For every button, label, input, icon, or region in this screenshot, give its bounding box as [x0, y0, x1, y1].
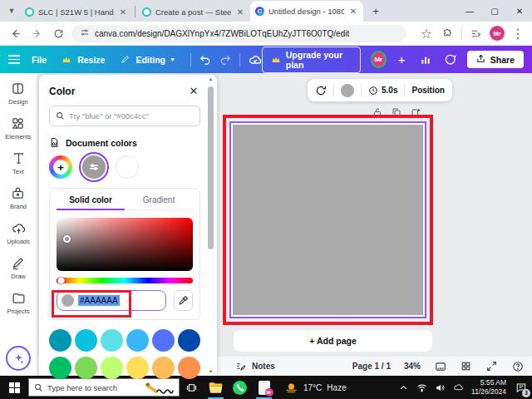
grid-view-icon[interactable]: [460, 360, 472, 372]
undo-icon[interactable]: [200, 53, 211, 66]
comments-button[interactable]: [441, 50, 459, 70]
taskbar-weather[interactable]: 17°C Haze: [284, 381, 347, 395]
scroll-down-icon[interactable]: ▼: [207, 369, 214, 374]
color-swatch[interactable]: [152, 329, 175, 352]
unlock-icon[interactable]: [372, 106, 382, 121]
tray-expand-icon[interactable]: [398, 382, 409, 393]
color-swatch[interactable]: [75, 357, 97, 379]
sidebar-item-design[interactable]: Design: [8, 81, 27, 106]
color-search-field[interactable]: [49, 106, 200, 126]
resize-menu[interactable]: Resize: [60, 53, 105, 66]
tab-steemit[interactable]: Create a post — Steemit ✕: [137, 2, 250, 22]
fullscreen-icon[interactable]: [485, 360, 498, 372]
tab-slc[interactable]: SLC | S21W 5 | Hands-On Practi ✕: [20, 2, 133, 22]
sidebar-item-brand[interactable]: Brand: [10, 186, 27, 210]
tab-gradient[interactable]: Gradient: [125, 195, 193, 209]
redo-icon[interactable]: [219, 53, 231, 66]
chrome-profile-window-button[interactable]: Mr: [252, 376, 276, 399]
add-page-button[interactable]: + Add page: [234, 330, 432, 352]
background-color-button[interactable]: [341, 84, 354, 97]
white-color-swatch[interactable]: [116, 155, 139, 179]
panel-scrollbar[interactable]: ▲ ▼: [207, 76, 214, 374]
color-swatch[interactable]: [178, 329, 200, 352]
add-color-button[interactable]: +: [49, 155, 72, 179]
tab-search-chevron-icon[interactable]: ▼: [3, 2, 20, 20]
position-button[interactable]: Position: [411, 86, 444, 95]
window-close-button[interactable]: ✕: [507, 0, 532, 22]
current-color-button[interactable]: [82, 155, 106, 179]
duration-button[interactable]: 5.0s: [368, 86, 397, 96]
new-tab-button[interactable]: +: [367, 2, 385, 20]
upgrade-plan-button[interactable]: Upgrade your plan: [262, 47, 361, 73]
color-search-input[interactable]: [69, 111, 194, 121]
color-swatch[interactable]: [126, 357, 149, 379]
action-center-button[interactable]: 3: [514, 381, 528, 395]
close-icon[interactable]: ✕: [187, 85, 200, 97]
back-icon[interactable]: [7, 25, 23, 42]
scrollbar-thumb[interactable]: [208, 86, 214, 249]
tab-canva-active[interactable]: C Untitled design - 1080 × 1080p ✕: [250, 1, 363, 22]
share-button[interactable]: Share: [467, 51, 524, 68]
color-swatch[interactable]: [178, 357, 200, 379]
sidebar-item-uploads[interactable]: Uploads: [7, 221, 30, 245]
site-settings-icon[interactable]: [80, 26, 90, 41]
task-view-button[interactable]: [180, 376, 204, 399]
sidebar-item-projects[interactable]: Projects: [7, 291, 29, 315]
duplicate-page-icon[interactable]: [392, 106, 401, 121]
color-swatch[interactable]: [101, 357, 123, 379]
add-member-button[interactable]: +: [393, 50, 411, 70]
canva-account-avatar[interactable]: Mr: [371, 51, 387, 68]
tab-close-icon[interactable]: ✕: [348, 7, 358, 16]
side-panel-icon[interactable]: [468, 26, 483, 41]
bookmark-star-icon[interactable]: ☆: [419, 26, 434, 41]
volume-icon[interactable]: [435, 382, 446, 393]
tab-close-icon[interactable]: ✕: [118, 7, 128, 17]
saturation-picker[interactable]: [57, 218, 193, 271]
onedrive-icon[interactable]: [453, 382, 464, 393]
color-swatch[interactable]: [101, 329, 123, 352]
hue-cursor[interactable]: [57, 277, 65, 284]
window-maximize-button[interactable]: ▢: [482, 0, 507, 22]
add-page-icon[interactable]: [411, 106, 421, 121]
editing-mode-menu[interactable]: Editing ▼: [118, 53, 175, 66]
home-menu-icon[interactable]: [8, 55, 20, 64]
hex-value-selected-text[interactable]: #AAAAAA: [78, 295, 120, 306]
color-swatch[interactable]: [126, 329, 149, 352]
hex-input-field[interactable]: #AAAAAA: [57, 290, 166, 311]
pages-view-icon[interactable]: [434, 360, 446, 372]
whatsapp-button[interactable]: [228, 376, 252, 399]
browser-profile-avatar[interactable]: Mr: [490, 26, 505, 41]
color-swatch[interactable]: [152, 357, 175, 379]
color-swatch[interactable]: [49, 357, 71, 379]
magic-assistant-button[interactable]: [6, 346, 31, 371]
help-icon[interactable]: [511, 360, 524, 372]
tab-close-icon[interactable]: ✕: [235, 7, 245, 17]
taskbar-clock[interactable]: 5:55 AM 11/26/2024: [471, 378, 506, 396]
address-bar[interactable]: canva.com/design/DAGXlYnpYx4/7ZWBiLOTqEU…: [71, 25, 406, 42]
scroll-up-icon[interactable]: ▲: [207, 76, 214, 81]
animate-icon[interactable]: [315, 85, 327, 96]
canvas-background[interactable]: [233, 125, 423, 315]
forward-icon[interactable]: [28, 25, 45, 42]
wifi-icon[interactable]: [416, 382, 427, 393]
reload-icon[interactable]: [50, 25, 66, 42]
insights-button[interactable]: [417, 50, 435, 70]
tab-solid-color[interactable]: Solid color: [57, 195, 125, 210]
saturation-cursor[interactable]: [63, 235, 71, 243]
sidebar-item-text[interactable]: Text: [12, 151, 26, 175]
taskbar-search-box[interactable]: Type here to search: [28, 378, 180, 397]
canvas-page[interactable]: [229, 121, 426, 318]
zoom-level[interactable]: 34%: [404, 362, 421, 371]
window-minimize-button[interactable]: —: [457, 0, 482, 22]
browser-menu-icon[interactable]: ⋮: [510, 26, 525, 41]
hue-slider[interactable]: [57, 278, 193, 283]
extensions-icon[interactable]: [440, 26, 455, 41]
file-menu[interactable]: File: [32, 55, 47, 65]
start-button[interactable]: [0, 376, 28, 399]
sidebar-item-elements[interactable]: Elements: [5, 116, 31, 140]
eyedropper-button[interactable]: [174, 290, 193, 311]
color-swatch[interactable]: [49, 329, 71, 352]
file-explorer-button[interactable]: [204, 376, 228, 399]
sidebar-item-draw[interactable]: Draw: [11, 256, 26, 280]
cloud-save-icon[interactable]: [249, 53, 262, 66]
